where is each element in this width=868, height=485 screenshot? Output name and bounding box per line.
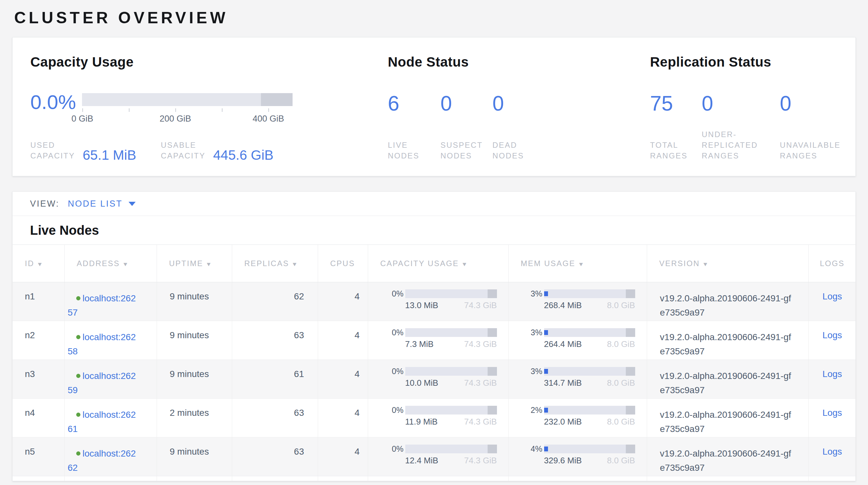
cell-capacity-usage: 0%12.4 MiB74.3 GiB bbox=[368, 437, 508, 476]
memory-total-value: 8.0 GiB bbox=[607, 456, 635, 465]
chevron-down-icon[interactable] bbox=[128, 202, 135, 206]
view-label: VIEW: bbox=[30, 199, 59, 209]
logs-link[interactable]: Logs bbox=[823, 408, 842, 418]
page-title: CLUSTER OVERVIEW bbox=[0, 0, 868, 27]
logs-link[interactable]: Logs bbox=[823, 447, 842, 457]
column-header-cpus: CPUS bbox=[318, 245, 368, 282]
sort-descending-icon[interactable]: ▼ bbox=[206, 261, 213, 268]
version-string: v19.2.0-alpha.20190606-2491-gfe735c9a97 bbox=[660, 330, 795, 359]
live-nodes-table: ID▼ADDRESS▼UPTIME▼REPLICAS▼CPUSCAPACITY … bbox=[12, 245, 856, 481]
table-row: n3localhost:262599 minutes6140%10.0 MiB7… bbox=[12, 360, 856, 399]
sort-descending-icon[interactable]: ▼ bbox=[37, 261, 44, 268]
column-header-replicas[interactable]: REPLICAS▼ bbox=[232, 245, 318, 282]
cell-replicas: 63 bbox=[232, 399, 318, 437]
capacity-bar-dark-segment bbox=[488, 445, 497, 453]
capacity-usage-bar bbox=[405, 445, 497, 453]
replication-stat-label-cell: TOTAL RANGES bbox=[650, 140, 702, 161]
capacity-used-value: 10.0 MiB bbox=[405, 378, 438, 388]
node-stat-label: LIVE NODES bbox=[388, 140, 431, 161]
sort-descending-icon[interactable]: ▼ bbox=[122, 261, 129, 268]
cell-version: v19.2.0-alpha.20190606-2491-gfe735c9a97 bbox=[647, 437, 808, 476]
capacity-gauge-bar: 0 GiB200 GiB400 GiB bbox=[82, 93, 292, 106]
capacity-stat: USED CAPACITY65.1 MiB bbox=[30, 140, 161, 161]
column-header-label: CAPACITY USAGE bbox=[380, 259, 459, 268]
capacity-percent-label: 0% bbox=[380, 445, 404, 465]
version-string: v19.2.0-alpha.20190606-2491-gfe735c9a97 bbox=[660, 408, 795, 436]
capacity-used-percent: 0.0% bbox=[30, 92, 73, 112]
column-header-uptime[interactable]: UPTIME▼ bbox=[157, 245, 232, 282]
column-header-label: UPTIME bbox=[169, 259, 204, 268]
memory-bar-dark-segment bbox=[626, 406, 635, 415]
cell-node-id: n4 bbox=[12, 399, 64, 437]
logs-link[interactable]: Logs bbox=[823, 291, 842, 301]
sort-descending-icon[interactable]: ▼ bbox=[291, 261, 299, 268]
cell-memory-usage: 2%232.0 MiB8.0 GiB bbox=[508, 399, 647, 437]
capacity-bar-dark-segment bbox=[488, 328, 497, 337]
cell-cpus: 4 bbox=[318, 437, 368, 476]
column-header-id[interactable]: ID▼ bbox=[12, 245, 64, 282]
cell-node-id: n5 bbox=[12, 437, 64, 476]
memory-percent-label: 2% bbox=[524, 406, 542, 427]
capacity-usage-bar bbox=[405, 367, 497, 376]
memory-used-value: 329.6 MiB bbox=[544, 456, 582, 465]
sort-descending-icon[interactable]: ▼ bbox=[461, 261, 469, 268]
column-header-capacity-usage[interactable]: CAPACITY USAGE▼ bbox=[368, 245, 508, 282]
view-selector[interactable]: NODE LIST bbox=[68, 199, 123, 209]
cell-address: localhost:26257 bbox=[64, 282, 157, 321]
cell-address: localhost:26262 bbox=[64, 437, 157, 476]
memory-bar-dark-segment bbox=[626, 289, 635, 298]
column-header-label: ADDRESS bbox=[77, 259, 120, 268]
replication-stat-label: UNAVAILABLE RANGES bbox=[780, 140, 849, 161]
column-header-label: VERSION bbox=[659, 259, 700, 268]
cell-uptime: 9 minutes bbox=[157, 282, 232, 321]
capacity-usage-section: Capacity Usage 0.0% 0 GiB200 GiB400 GiB … bbox=[30, 54, 314, 70]
logs-link[interactable]: Logs bbox=[823, 369, 842, 379]
cell-capacity-usage: 0%11.9 MiB74.3 GiB bbox=[368, 399, 508, 437]
capacity-axis-tick bbox=[129, 108, 129, 112]
version-string: v19.2.0-alpha.20190606-2491-gfe735c9a97 bbox=[660, 369, 795, 397]
table-row: n5localhost:262629 minutes6340%12.4 MiB7… bbox=[12, 437, 856, 476]
memory-bar-fill bbox=[544, 447, 548, 451]
capacity-total-value: 74.3 GiB bbox=[464, 378, 497, 388]
memory-percent-label: 3% bbox=[524, 367, 542, 388]
cell-memory-usage: 3%314.7 MiB8.0 GiB bbox=[508, 360, 647, 399]
replication-status-section: Replication Status 7500 TOTAL RANGESUNDE… bbox=[650, 54, 857, 70]
capacity-gauge-dark-segment bbox=[261, 93, 292, 106]
memory-used-value: 264.4 MiB bbox=[544, 339, 582, 349]
cell-cpus: 4 bbox=[318, 399, 368, 437]
capacity-stat-label: USED CAPACITY bbox=[30, 140, 83, 161]
capacity-used-value: 13.0 MiB bbox=[405, 301, 438, 310]
live-status-icon bbox=[76, 412, 81, 417]
cell-uptime: 9 minutes bbox=[157, 437, 232, 476]
sort-descending-icon[interactable]: ▼ bbox=[702, 261, 709, 268]
memory-usage-bar bbox=[544, 445, 635, 453]
live-nodes-panel: VIEW: NODE LIST Live Nodes ID▼ADDRESS▼UP… bbox=[12, 192, 856, 481]
logs-link[interactable]: Logs bbox=[823, 330, 842, 340]
node-stat-value: 0 bbox=[492, 92, 557, 114]
column-header-address[interactable]: ADDRESS▼ bbox=[64, 245, 157, 282]
table-row-partial bbox=[12, 476, 856, 481]
capacity-total-value: 74.3 GiB bbox=[464, 417, 497, 427]
column-header-version[interactable]: VERSION▼ bbox=[647, 245, 808, 282]
column-header-label: ID bbox=[25, 259, 34, 268]
memory-bar-dark-segment bbox=[626, 367, 635, 376]
cell-node-id: n1 bbox=[12, 282, 64, 321]
replication-stat-label-cell: UNAVAILABLE RANGES bbox=[780, 140, 857, 161]
cell-version: v19.2.0-alpha.20190606-2491-gfe735c9a97 bbox=[647, 321, 808, 360]
capacity-stat-value: 65.1 MiB bbox=[83, 149, 136, 162]
memory-usage-bar bbox=[544, 289, 635, 298]
memory-total-value: 8.0 GiB bbox=[607, 339, 635, 349]
cell-uptime: 2 minutes bbox=[157, 399, 232, 437]
capacity-bar-dark-segment bbox=[488, 406, 497, 415]
cell-cpus: 4 bbox=[318, 360, 368, 399]
live-status-icon bbox=[76, 374, 81, 378]
capacity-total-value: 74.3 GiB bbox=[464, 456, 497, 465]
cell-replicas: 62 bbox=[232, 282, 318, 321]
column-header-mem-usage[interactable]: MEM USAGE▼ bbox=[508, 245, 647, 282]
replication-stat-label: TOTAL RANGES bbox=[650, 140, 692, 161]
table-row: n1localhost:262579 minutes6240%13.0 MiB7… bbox=[12, 282, 856, 321]
cell-address: localhost:26261 bbox=[64, 399, 157, 437]
sort-descending-icon[interactable]: ▼ bbox=[578, 261, 585, 268]
capacity-used-value: 12.4 MiB bbox=[405, 456, 438, 465]
capacity-used-value: 7.3 MiB bbox=[405, 339, 434, 349]
